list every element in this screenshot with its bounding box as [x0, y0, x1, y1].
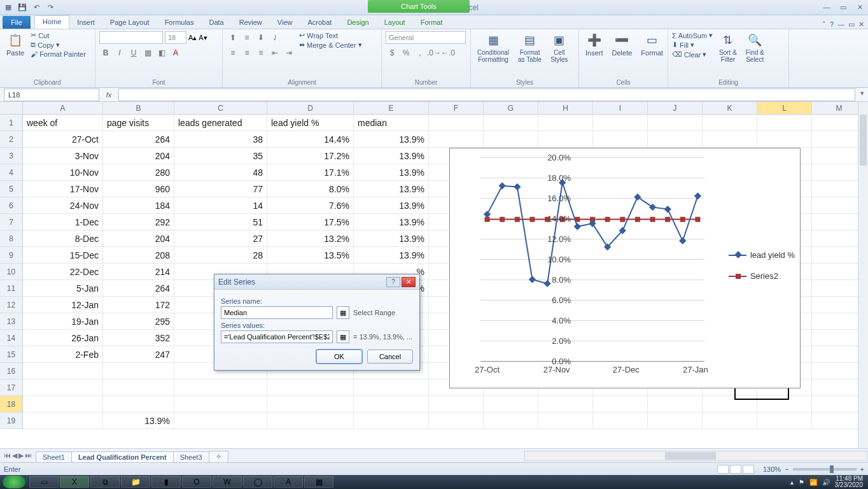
taskbar-item[interactable]: ▭ [29, 476, 59, 488]
cell[interactable] [354, 396, 429, 413]
cell[interactable]: 13.5% [267, 247, 354, 264]
clear-button[interactable]: ⌫Clear▾ [672, 50, 713, 59]
font-color-button[interactable]: A [169, 46, 182, 59]
close-icon[interactable]: ✕ [854, 3, 865, 11]
shrink-font-icon[interactable]: A▾ [199, 34, 207, 42]
cell[interactable]: 35 [174, 148, 267, 164]
range-selector-icon[interactable]: ▦ [337, 330, 349, 343]
help-icon[interactable]: ? [830, 20, 834, 29]
underline-button[interactable]: U [127, 46, 140, 59]
cell[interactable]: 17.2% [267, 148, 354, 164]
zoom-in-icon[interactable]: + [860, 465, 864, 473]
zoom-thumb[interactable] [830, 465, 834, 473]
col-header-E[interactable]: E [354, 102, 429, 115]
wb-min-icon[interactable]: ― [837, 20, 844, 29]
row-header-17[interactable]: 17 [0, 379, 23, 396]
cell[interactable] [757, 115, 812, 131]
cell[interactable]: 14 [174, 197, 267, 214]
cell[interactable]: 48 [174, 164, 267, 181]
row-header-7[interactable]: 7 [0, 214, 23, 230]
cell[interactable]: 352 [103, 330, 174, 346]
cell[interactable] [648, 115, 703, 131]
legend-item[interactable]: Series2 [729, 271, 795, 281]
cell[interactable]: 13.9% [354, 214, 429, 230]
fx-icon[interactable]: fx [103, 91, 115, 99]
legend-item[interactable]: lead yield % [729, 250, 795, 260]
last-sheet-icon[interactable]: ⏭ [25, 451, 32, 460]
cell[interactable] [538, 396, 593, 413]
cell[interactable]: 28 [174, 247, 267, 264]
minimize-ribbon-icon[interactable]: ˄ [822, 20, 826, 29]
row-header-8[interactable]: 8 [0, 230, 23, 247]
cell[interactable]: lead yield % [267, 115, 354, 131]
cell[interactable]: 172 [103, 297, 174, 313]
cell[interactable]: 280 [103, 164, 174, 181]
cell[interactable] [757, 396, 812, 413]
first-sheet-icon[interactable]: ⏮ [4, 451, 11, 460]
cell[interactable] [703, 413, 757, 429]
tray-chevron-icon[interactable]: ▴ [790, 479, 794, 486]
new-sheet-tab[interactable]: ✧ [209, 451, 228, 462]
currency-icon[interactable]: $ [386, 46, 398, 59]
cell[interactable] [648, 131, 703, 148]
cell[interactable]: 13.9% [103, 413, 174, 429]
cell[interactable]: 292 [103, 214, 174, 230]
save-icon[interactable]: 💾 [17, 2, 28, 13]
cell[interactable] [484, 115, 538, 131]
scroll-thumb[interactable] [665, 452, 716, 460]
taskbar-item[interactable]: O [182, 476, 211, 488]
cell[interactable]: 13.9% [354, 148, 429, 164]
ok-button[interactable]: OK [316, 350, 362, 364]
delete-cells-button[interactable]: ➖Delete [610, 31, 635, 58]
zoom-out-icon[interactable]: − [785, 465, 788, 473]
cell[interactable]: 27 [174, 230, 267, 247]
cell[interactable]: 3-Nov [23, 148, 103, 164]
taskbar-item[interactable]: ▮ [151, 476, 181, 488]
cell[interactable]: 8.0% [267, 181, 354, 197]
cell[interactable] [23, 413, 103, 429]
bold-button[interactable]: B [99, 46, 112, 59]
tab-acrobat[interactable]: Acrobat [300, 17, 339, 29]
taskbar-item[interactable]: 📁 [121, 476, 150, 488]
cell[interactable]: 8-Dec [23, 230, 103, 247]
cell[interactable]: 247 [103, 346, 174, 363]
prev-sheet-icon[interactable]: ◀ [12, 451, 17, 460]
align-top-icon[interactable]: ⬆ [227, 31, 239, 44]
cell[interactable] [703, 131, 757, 148]
font-size-combo[interactable]: 18 [165, 31, 186, 44]
cell[interactable] [757, 131, 812, 148]
row-header-6[interactable]: 6 [0, 197, 23, 214]
row-header-10[interactable]: 10 [0, 264, 23, 280]
system-tray[interactable]: ▴ ⚑ 📶 🔊 11:48 PM3/23/2020 [790, 476, 866, 488]
tray-flag-icon[interactable]: ⚑ [799, 479, 804, 486]
find-select-button[interactable]: 🔍Find & Select [743, 31, 767, 64]
page-break-view-icon[interactable] [743, 465, 754, 474]
col-header-K[interactable]: K [703, 102, 757, 115]
row-header-9[interactable]: 9 [0, 247, 23, 264]
col-header-H[interactable]: H [538, 102, 593, 115]
taskbar-item[interactable]: A [274, 476, 303, 488]
cell[interactable] [174, 379, 267, 396]
indent-dec-icon[interactable]: ⇤ [269, 46, 281, 59]
vertical-scrollbar[interactable] [858, 102, 868, 448]
undo-icon[interactable]: ↶ [31, 2, 42, 13]
formula-input[interactable] [118, 89, 855, 101]
row-header-2[interactable]: 2 [0, 131, 23, 148]
row-header-4[interactable]: 4 [0, 164, 23, 181]
taskbar-item[interactable]: W [213, 476, 242, 488]
cell[interactable] [703, 115, 757, 131]
row-header-15[interactable]: 15 [0, 346, 23, 363]
next-sheet-icon[interactable]: ▶ [18, 451, 24, 460]
name-box[interactable]: L18 [4, 89, 99, 101]
align-center-icon[interactable]: ≡ [241, 46, 253, 59]
cell[interactable]: 27-Oct [23, 131, 103, 148]
cell[interactable] [648, 413, 703, 429]
insert-cells-button[interactable]: ➕Insert [583, 31, 606, 58]
wb-close-icon[interactable]: ✕ [858, 20, 864, 29]
cell[interactable]: 13.9% [354, 197, 429, 214]
number-format-combo[interactable]: General [386, 31, 466, 44]
cell[interactable]: 13.9% [354, 247, 429, 264]
cell[interactable] [757, 413, 812, 429]
tab-design[interactable]: Design [339, 17, 376, 29]
grow-font-icon[interactable]: A▴ [188, 34, 197, 42]
